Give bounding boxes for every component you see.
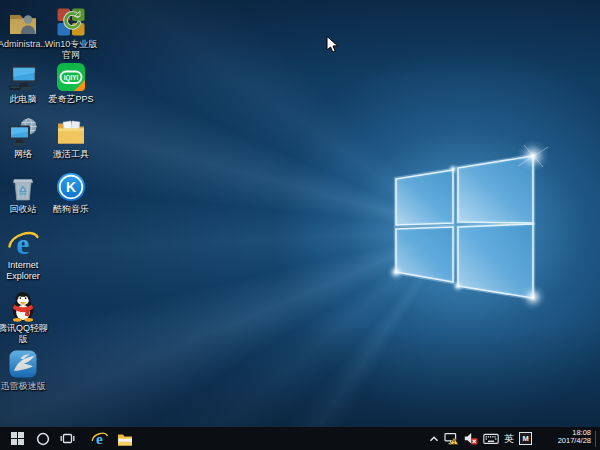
- show-desktop-button[interactable]: [596, 427, 600, 450]
- volume-tray-icon[interactable]: [461, 427, 480, 450]
- internet-explorer-icon: e: [91, 430, 108, 447]
- clock[interactable]: 18:08 2017/4/28: [539, 426, 595, 450]
- task-view-button[interactable]: [55, 427, 80, 450]
- taskbar-file-explorer-button[interactable]: [112, 427, 137, 450]
- cortana-search-button[interactable]: [30, 427, 55, 450]
- cortana-circle-icon: [36, 432, 50, 446]
- network-warning-icon: [444, 432, 459, 446]
- windows-desktop: Administra... Win10专业版官网 此电脑: [0, 0, 600, 450]
- ime-mode-button[interactable]: M: [517, 427, 534, 450]
- ime-mode-box: M: [519, 432, 532, 445]
- windows-start-icon: [11, 432, 24, 445]
- touch-keyboard-tray-icon[interactable]: [480, 427, 501, 450]
- network-status-tray-icon[interactable]: [442, 427, 461, 450]
- chevron-up-icon: [429, 434, 439, 444]
- task-view-icon: [60, 432, 75, 445]
- ime-language-indicator[interactable]: 英: [501, 427, 517, 450]
- start-button[interactable]: [5, 427, 30, 450]
- taskbar: e: [0, 427, 600, 450]
- touch-keyboard-icon: [483, 433, 499, 445]
- wallpaper-vignette: [0, 0, 600, 450]
- clock-date: 2017/4/28: [539, 437, 591, 446]
- show-hidden-icons-button[interactable]: [426, 427, 442, 450]
- taskbar-internet-explorer-button[interactable]: e: [87, 427, 112, 450]
- file-explorer-icon: [117, 432, 133, 446]
- system-tray: 英 M 18:08 2017/4/28: [426, 427, 600, 450]
- volume-muted-icon: [464, 432, 478, 445]
